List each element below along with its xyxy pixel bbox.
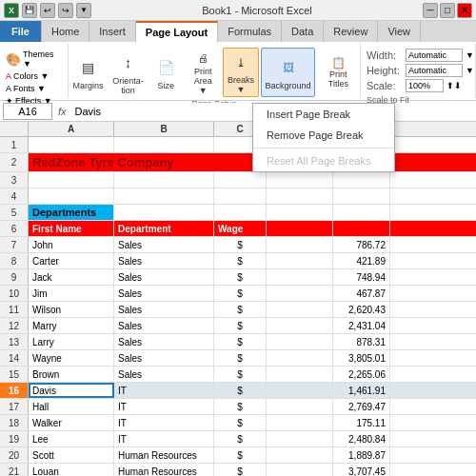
cell-b21[interactable]: Human Resources [114, 464, 214, 476]
cell-c8[interactable]: $ [214, 253, 267, 268]
cell-a10[interactable]: Jim [29, 286, 114, 301]
size-button[interactable]: 📄 Size [149, 48, 183, 97]
col-header-b[interactable]: B [114, 122, 214, 136]
cell-d17[interactable] [267, 399, 333, 414]
cell-e11[interactable]: 2,620.43 [333, 302, 390, 317]
cell-b9[interactable]: Sales [114, 269, 214, 285]
maximize-button[interactable]: □ [440, 3, 455, 18]
cell-c3[interactable] [214, 172, 267, 188]
cell-c19[interactable]: $ [214, 431, 267, 446]
cell-e19[interactable]: 2,480.84 [333, 431, 390, 446]
cell-b18[interactable]: IT [114, 415, 214, 430]
cell-a4[interactable] [29, 188, 114, 204]
cell-a3[interactable] [29, 172, 114, 188]
cell-e9[interactable]: 748.94 [333, 269, 390, 285]
print-titles-button[interactable]: 📋 PrintTitles [317, 48, 359, 97]
cell-c9[interactable]: $ [214, 269, 267, 285]
tab-view[interactable]: View [378, 21, 421, 42]
height-dropdown[interactable]: ▼ [466, 66, 474, 75]
cell-a14[interactable]: Wayne [29, 350, 114, 366]
cell-d19[interactable] [267, 431, 333, 446]
cell-a15[interactable]: Brown [29, 367, 114, 382]
cell-a11[interactable]: Wilson [29, 302, 114, 317]
cell-e17[interactable]: 2,769.47 [333, 399, 390, 414]
cell-b19[interactable]: IT [114, 431, 214, 446]
margins-button[interactable]: ▤ Margins [69, 48, 108, 97]
cell-a9[interactable]: Jack [29, 269, 114, 285]
cell-b16[interactable]: IT [114, 383, 214, 398]
cell-a13[interactable]: Larry [29, 334, 114, 349]
quick-access-redo[interactable]: ↪ [58, 3, 73, 18]
cell-a16[interactable]: Davis [29, 383, 114, 398]
cell-dept-header[interactable]: Department [114, 221, 214, 236]
cell-b15[interactable]: Sales [114, 367, 214, 382]
cell-c14[interactable]: $ [214, 350, 267, 366]
cell-c7[interactable]: $ [214, 237, 267, 252]
cell-e13[interactable]: 878.31 [333, 334, 390, 349]
cell-departments[interactable]: Departments [29, 205, 114, 220]
cell-d18[interactable] [267, 415, 333, 430]
cell-c11[interactable]: $ [214, 302, 267, 317]
cell-b12[interactable]: Sales [114, 318, 214, 333]
reset-all-page-breaks-item[interactable]: Reset All Page Breaks [253, 150, 394, 171]
cell-a17[interactable]: Hall [29, 399, 114, 414]
cell-b3[interactable] [114, 172, 214, 188]
cell-e18[interactable]: 175.11 [333, 415, 390, 430]
cell-b8[interactable]: Sales [114, 253, 214, 268]
cell-e4[interactable] [333, 188, 390, 204]
cell-c15[interactable]: $ [214, 367, 267, 382]
cell-firstname-header[interactable]: First Name [29, 221, 114, 236]
cell-c20[interactable]: $ [214, 447, 267, 463]
cell-d12[interactable] [267, 318, 333, 333]
cell-a7[interactable]: John [29, 237, 114, 252]
cell-b20[interactable]: Human Resources [114, 447, 214, 463]
cell-a1[interactable] [29, 137, 114, 152]
tab-home[interactable]: Home [42, 21, 89, 42]
cell-d15[interactable] [267, 367, 333, 382]
cell-d8[interactable] [267, 253, 333, 268]
cell-c4[interactable] [214, 188, 267, 204]
quick-access-dropdown[interactable]: ▼ [76, 3, 91, 18]
cell-b13[interactable]: Sales [114, 334, 214, 349]
cell-c12[interactable]: $ [214, 318, 267, 333]
cell-e10[interactable]: 467.87 [333, 286, 390, 301]
tab-insert[interactable]: Insert [89, 21, 136, 42]
print-area-button[interactable]: 🖨 PrintArea ▼ [185, 48, 221, 97]
cell-e14[interactable]: 3,805.01 [333, 350, 390, 366]
cell-a19[interactable]: Lee [29, 431, 114, 446]
cell-a20[interactable]: Scott [29, 447, 114, 463]
cell-c16[interactable]: $ [214, 383, 267, 398]
quick-access-undo[interactable]: ↩ [40, 3, 55, 18]
background-button[interactable]: 🖼 Background [261, 48, 315, 97]
cell-d11[interactable] [267, 302, 333, 317]
cell-b1[interactable] [114, 137, 214, 152]
cell-d14[interactable] [267, 350, 333, 366]
cell-d4[interactable] [267, 188, 333, 204]
tab-review[interactable]: Review [324, 21, 378, 42]
orientation-button[interactable]: ↕ Orienta-tion [109, 48, 147, 97]
col-header-a[interactable]: A [29, 122, 114, 136]
cell-d7[interactable] [267, 237, 333, 252]
cell-b11[interactable]: Sales [114, 302, 214, 317]
cell-e5[interactable] [333, 205, 390, 220]
tab-data[interactable]: Data [282, 21, 324, 42]
cell-d16[interactable] [267, 383, 333, 398]
tab-formulas[interactable]: Formulas [218, 21, 282, 42]
cell-a21[interactable]: Louan [29, 464, 114, 476]
cell-b7[interactable]: Sales [114, 237, 214, 252]
cell-c13[interactable]: $ [214, 334, 267, 349]
cell-d20[interactable] [267, 447, 333, 463]
breaks-button[interactable]: ⤓ Breaks▼ [223, 48, 259, 97]
cell-d6[interactable] [267, 221, 333, 236]
cell-c18[interactable]: $ [214, 415, 267, 430]
cell-d13[interactable] [267, 334, 333, 349]
cell-e15[interactable]: 2,265.06 [333, 367, 390, 382]
width-input[interactable] [406, 49, 463, 62]
cell-b14[interactable]: Sales [114, 350, 214, 366]
cell-c17[interactable]: $ [214, 399, 267, 414]
cell-e12[interactable]: 2,431.04 [333, 318, 390, 333]
cell-a12[interactable]: Marry [29, 318, 114, 333]
cell-a18[interactable]: Walker [29, 415, 114, 430]
minimize-button[interactable]: ─ [423, 3, 438, 18]
tab-file[interactable]: File [0, 21, 42, 42]
